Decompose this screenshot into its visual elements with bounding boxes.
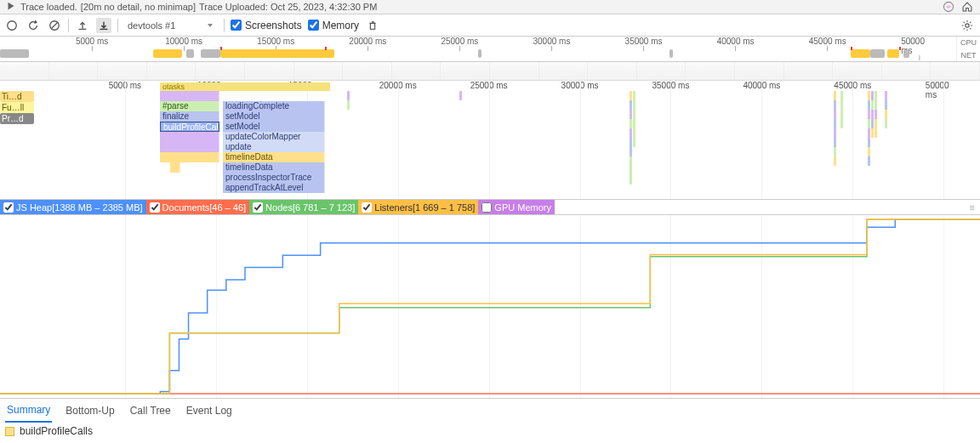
flame-event[interactable]: processInspectorTrace: [223, 173, 325, 183]
overview-lane-labels: CPU NET: [956, 37, 980, 61]
memory-checkbox[interactable]: [308, 20, 319, 31]
track-labels: Ti…d Fu…ll Pr…d: [0, 91, 34, 124]
home-icon[interactable]: [960, 0, 975, 14]
status-strip: Trace loaded. [20m no detail, no minimap…: [0, 0, 980, 14]
svg-point-2: [8, 20, 17, 30]
memory-legend: JS Heap[1388 MB – 2385 MB] Documents[46 …: [0, 200, 980, 215]
flame-event[interactable]: timelineData: [223, 152, 325, 162]
counter-label: Documents[46 – 46]: [162, 202, 246, 213]
summary-selected-name: buildProfileCalls: [20, 425, 93, 437]
flame-chart[interactable]: 5000 ms10000 ms15000 ms20000 ms25000 ms3…: [0, 81, 980, 200]
svg-line-4: [52, 22, 58, 28]
flame-event[interactable]: setModel: [223, 111, 325, 122]
counter-toggle-gpumem[interactable]: GPU Memory: [478, 200, 555, 214]
counter-label: Nodes[6 781 – 7 123]: [265, 202, 355, 213]
track-label[interactable]: Ti…d: [0, 91, 34, 102]
legend-menu-icon[interactable]: ≡: [970, 202, 975, 213]
track-label[interactable]: Fu…ll: [0, 102, 34, 113]
svg-rect-5: [370, 23, 374, 29]
cpu-lane-label: CPU: [960, 38, 977, 47]
flame-event[interactable]: [160, 132, 219, 142]
counter-toggle-documents[interactable]: Documents[46 – 46]: [146, 200, 249, 214]
performance-toolbar: devtools #1 Screenshots Memory: [0, 14, 980, 37]
flame-sliver[interactable]: [868, 91, 870, 166]
counter-label: GPU Memory: [494, 202, 551, 213]
screenshots-checkbox[interactable]: [231, 20, 242, 31]
trace-loaded-text: Trace loaded.: [20, 2, 77, 12]
details-tabs: Summary Bottom-Up Call Tree Event Log: [0, 398, 980, 422]
flame-event[interactable]: [160, 152, 219, 162]
gc-button[interactable]: [365, 18, 380, 33]
summary-color-swatch: [5, 427, 14, 436]
screenshots-filmstrip[interactable]: [0, 62, 980, 81]
play-icon[interactable]: [5, 0, 17, 14]
track-label[interactable]: Pr…d: [0, 113, 34, 124]
svg-point-6: [966, 23, 969, 26]
flame-event[interactable]: update: [223, 142, 325, 152]
flame-event[interactable]: loadingComplete: [223, 101, 325, 111]
flame-event[interactable]: appendTrackAtLevel: [223, 183, 325, 193]
trace-uploaded-text: Trace Uploaded: Oct 25, 2023, 4:32:30 PM: [199, 2, 377, 12]
toolbar-divider: [68, 19, 69, 32]
chevron-down-icon: [206, 21, 214, 30]
timeline-overview[interactable]: 5000 ms10000 ms15000 ms20000 ms25000 ms3…: [0, 37, 980, 62]
record-button[interactable]: [4, 18, 20, 33]
counter-toggle-nodes[interactable]: Nodes[6 781 – 7 123]: [249, 200, 358, 214]
flame-event[interactable]: setModel: [223, 122, 325, 132]
counter-line-listeners: [0, 219, 980, 394]
flame-event[interactable]: #parse: [160, 101, 219, 111]
counter-toggle-listeners[interactable]: Listeners[1 669 – 1 758]: [358, 200, 478, 214]
memory-label: Memory: [322, 20, 359, 31]
trace-detail-text: [20m no detail, no minimap]: [81, 2, 196, 12]
flame-sliver[interactable]: [840, 91, 843, 128]
counter-toggle-jsheap[interactable]: JS Heap[1388 MB – 2385 MB]: [0, 200, 146, 214]
upload-button[interactable]: [75, 18, 90, 33]
flame-sliver[interactable]: [630, 91, 632, 185]
screenshots-toggle[interactable]: Screenshots: [231, 20, 302, 31]
reload-record-button[interactable]: [26, 18, 41, 33]
counter-line-nodes: [0, 219, 980, 394]
flame-sliver[interactable]: [347, 91, 350, 110]
flame-event[interactable]: updateColorMapper: [223, 132, 325, 142]
flame-event[interactable]: [160, 91, 219, 101]
toolbar-divider: [224, 19, 225, 32]
flame-sliver[interactable]: [834, 91, 836, 166]
context-selector-label: devtools #1: [128, 20, 175, 31]
overview-activity: [0, 45, 956, 60]
memory-graph-lines: [0, 215, 980, 398]
counter-label: JS Heap[1388 MB – 2385 MB]: [16, 202, 143, 213]
svg-marker-0: [9, 3, 14, 10]
toolbar-divider: [117, 19, 118, 32]
net-lane-label: NET: [961, 51, 977, 60]
screenshots-label: Screenshots: [245, 20, 302, 31]
clear-button[interactable]: [47, 18, 62, 33]
flame-sliver[interactable]: [633, 91, 635, 147]
flame-event[interactable]: [160, 142, 219, 152]
flame-sliver[interactable]: [885, 91, 887, 128]
flame-event-selected[interactable]: buildProfileCalls: [160, 122, 219, 132]
tab-bottom-up[interactable]: Bottom-Up: [64, 400, 116, 422]
flame-event[interactable]: [170, 162, 180, 173]
settings-button[interactable]: [960, 18, 975, 33]
tab-summary[interactable]: Summary: [5, 399, 52, 423]
flame-group-header[interactable]: otasks: [160, 82, 330, 91]
download-button[interactable]: [96, 18, 111, 33]
tab-event-log[interactable]: Event Log: [185, 400, 234, 422]
flame-sliver[interactable]: [459, 91, 462, 100]
counter-label: Listeners[1 669 – 1 758]: [374, 202, 475, 213]
flame-event[interactable]: timelineData: [223, 162, 325, 173]
flame-event[interactable]: finalize: [160, 111, 219, 122]
ai-assist-icon[interactable]: [941, 0, 956, 14]
flame-sliver[interactable]: [875, 91, 877, 138]
counter-line-js-heap-(mb): [0, 219, 980, 394]
context-selector[interactable]: devtools #1: [124, 19, 218, 32]
flame-sliver[interactable]: [871, 91, 874, 138]
summary-content: buildProfileCalls: [0, 422, 980, 440]
memory-toggle[interactable]: Memory: [308, 20, 359, 31]
memory-graph[interactable]: [0, 215, 980, 398]
tab-call-tree[interactable]: Call Tree: [128, 400, 173, 422]
